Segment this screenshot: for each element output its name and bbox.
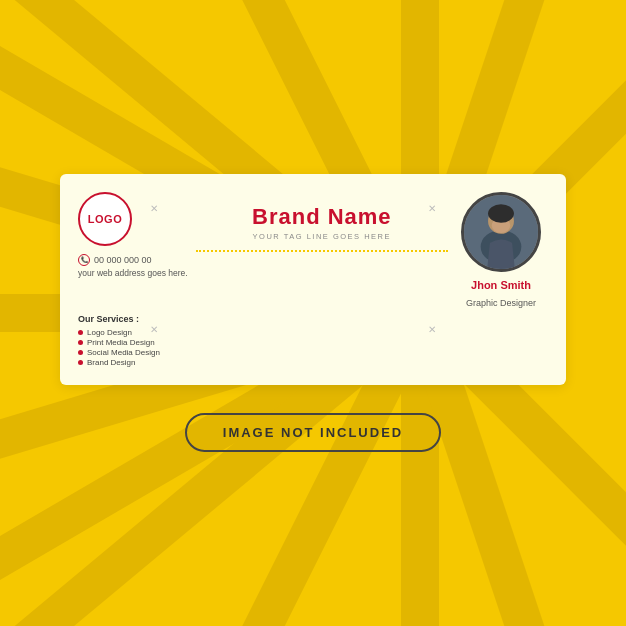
- left-column: LOGO 00 000 000 00 your web address goes…: [78, 192, 188, 278]
- card-bottom: Our Services : Logo Design Print Media D…: [78, 314, 546, 367]
- contact-block: 00 000 000 00 your web address goes here…: [78, 254, 188, 278]
- list-item: Brand Design: [78, 358, 160, 367]
- bullet-icon: [78, 330, 83, 335]
- list-item: Social Media Design: [78, 348, 160, 357]
- brand-tagline: YOUR TAG LINE GOES HERE: [253, 232, 391, 241]
- contact-phone: 00 000 000 00: [78, 254, 188, 266]
- person-name: Jhon Smith: [471, 278, 531, 292]
- list-item: Print Media Design: [78, 338, 160, 347]
- bottom-badge: IMAGE NOT INCLUDED: [185, 413, 441, 452]
- expand-icon-bl: ✕: [150, 325, 158, 335]
- bullet-icon: [78, 350, 83, 355]
- phone-number: 00 000 000 00: [94, 255, 152, 265]
- page-wrapper: ✕ ✕ ✕ ✕ LOGO 00 000 000 00 your web addr…: [0, 174, 626, 452]
- dotted-divider: [196, 250, 448, 252]
- service-label: Social Media Design: [87, 348, 160, 357]
- service-label: Logo Design: [87, 328, 132, 337]
- list-item: Logo Design: [78, 328, 160, 337]
- signature-card: ✕ ✕ ✕ ✕ LOGO 00 000 000 00 your web addr…: [60, 174, 566, 385]
- svg-point-20: [488, 204, 514, 223]
- expand-icon-br: ✕: [428, 325, 436, 335]
- right-column: Jhon Smith Graphic Designer: [456, 192, 546, 308]
- service-label: Brand Design: [87, 358, 135, 367]
- badge-text: IMAGE NOT INCLUDED: [223, 425, 403, 440]
- expand-icon-tr: ✕: [428, 204, 436, 214]
- center-column: Brand Name YOUR TAG LINE GOES HERE: [196, 192, 448, 252]
- person-title: Graphic Designer: [466, 298, 536, 308]
- profile-photo: [461, 192, 541, 272]
- brand-name: Brand Name: [252, 206, 392, 228]
- card-top: LOGO 00 000 000 00 your web address goes…: [78, 192, 546, 308]
- service-label: Print Media Design: [87, 338, 155, 347]
- bullet-icon: [78, 340, 83, 345]
- expand-icon-tl: ✕: [150, 204, 158, 214]
- services-block: Our Services : Logo Design Print Media D…: [78, 314, 160, 367]
- logo-circle: LOGO: [78, 192, 132, 246]
- logo-text: LOGO: [88, 213, 122, 225]
- contact-web: your web address goes here.: [78, 268, 188, 278]
- bullet-icon: [78, 360, 83, 365]
- profile-photo-svg: [464, 192, 538, 272]
- phone-icon: [78, 254, 90, 266]
- services-title: Our Services :: [78, 314, 160, 324]
